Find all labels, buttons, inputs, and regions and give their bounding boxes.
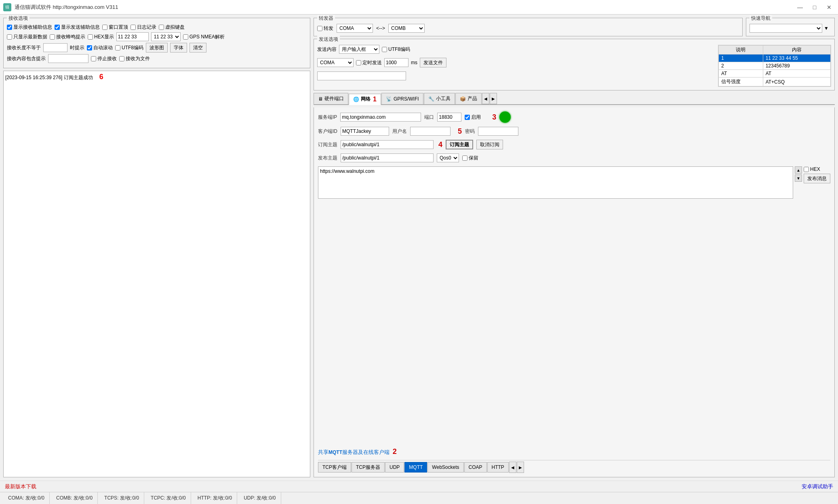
cb-virtual-keyboard-input[interactable] bbox=[159, 25, 164, 30]
cb-utf8[interactable]: UTF8编码 bbox=[115, 44, 143, 51]
quick-nav-select[interactable] bbox=[750, 24, 822, 33]
server-ip-input[interactable] bbox=[340, 113, 421, 122]
hex-select[interactable]: 11 22 33 bbox=[151, 32, 181, 41]
tab-http[interactable]: HTTP bbox=[487, 462, 509, 472]
table-row[interactable]: 信号强度 AT+CSQ bbox=[719, 78, 831, 86]
tab-nav-left[interactable]: ◀ bbox=[482, 93, 489, 104]
timer-ms-input[interactable] bbox=[384, 58, 408, 67]
cb-show-receive-input[interactable] bbox=[7, 25, 12, 30]
cb-retain[interactable]: 保留 bbox=[462, 155, 478, 162]
tab-tcp-server[interactable]: TCP服务器 bbox=[352, 462, 385, 472]
cb-stop-receive-input[interactable] bbox=[91, 56, 96, 61]
cb-latest-only-input[interactable] bbox=[7, 34, 12, 40]
tab-mqtt[interactable]: MQTT bbox=[404, 462, 427, 472]
cb-forward-input[interactable] bbox=[317, 26, 322, 31]
font-btn[interactable]: 字体 bbox=[170, 43, 187, 52]
tab-websockets[interactable]: WebSockets bbox=[427, 462, 463, 472]
cb-hex-msg[interactable]: HEX bbox=[804, 166, 830, 172]
client-id-input[interactable] bbox=[341, 127, 389, 136]
cb-timer-send-input[interactable] bbox=[356, 60, 361, 65]
cb-gps[interactable]: GPS NMEA解析 bbox=[183, 34, 225, 40]
close-button[interactable]: ✕ bbox=[823, 3, 835, 11]
shared-link[interactable]: 共享MQTT服务器及在线客户端 2 bbox=[318, 449, 397, 455]
android-helper-link[interactable]: 安卓调试助手 bbox=[802, 483, 833, 490]
cb-beep-input[interactable] bbox=[50, 34, 55, 40]
wave-btn[interactable]: 波形图 bbox=[146, 43, 168, 52]
cb-log[interactable]: 日志记录 bbox=[131, 24, 156, 31]
cb-window-top-label: 窗口置顶 bbox=[109, 24, 128, 31]
latest-version-link[interactable]: 最新版本下载 bbox=[5, 483, 36, 490]
cb-auto-scroll-input[interactable] bbox=[87, 45, 92, 50]
subscribe-btn[interactable]: 订阅主题 bbox=[446, 140, 473, 149]
scroll-down-btn[interactable]: ▼ bbox=[795, 174, 802, 182]
scroll-up-btn[interactable]: ▲ bbox=[795, 166, 802, 174]
cb-latest-only[interactable]: 只显示最新数据 bbox=[7, 34, 47, 40]
content-tip-input[interactable] bbox=[48, 54, 88, 63]
bottom-tab-nav-left[interactable]: ◀ bbox=[509, 462, 516, 473]
cb-hex-display-input[interactable] bbox=[88, 34, 93, 40]
cb-beep[interactable]: 接收蜂鸣提示 bbox=[50, 34, 85, 40]
bottom-tab-nav-right[interactable]: ▶ bbox=[517, 462, 524, 473]
cb-send-utf8-input[interactable] bbox=[382, 47, 387, 52]
qos-select[interactable]: Qos0 bbox=[437, 153, 459, 162]
cb-auto-scroll[interactable]: 自动滚动 bbox=[87, 44, 113, 51]
tab-udp[interactable]: UDP bbox=[385, 462, 404, 472]
maximize-button[interactable]: □ bbox=[809, 3, 820, 11]
table-cell-desc-at: AT bbox=[719, 70, 763, 78]
cb-beep-label: 接收蜂鸣提示 bbox=[56, 34, 85, 40]
cb-show-send[interactable]: 显示发送辅助信息 bbox=[55, 24, 100, 31]
subscribe-topic-input[interactable] bbox=[341, 140, 434, 149]
password-input[interactable] bbox=[478, 127, 518, 136]
table-row[interactable]: AT AT bbox=[719, 70, 831, 78]
send-text-input[interactable] bbox=[317, 71, 406, 80]
cb-virtual-keyboard[interactable]: 虚拟键盘 bbox=[159, 24, 185, 31]
port-input[interactable] bbox=[437, 113, 461, 122]
cb-enable-input[interactable] bbox=[465, 115, 470, 120]
username-input[interactable] bbox=[410, 127, 451, 136]
cb-save-file[interactable]: 接收为文件 bbox=[119, 55, 150, 62]
cb-window-top-input[interactable] bbox=[102, 25, 107, 30]
cb-save-file-input[interactable] bbox=[119, 56, 124, 61]
cb-show-send-input[interactable] bbox=[55, 25, 60, 30]
send-content-select[interactable]: 用户输入框 bbox=[339, 45, 379, 54]
subscribe-label: 订阅主题 bbox=[318, 141, 337, 148]
forward-com-b-select[interactable]: COMB bbox=[388, 24, 425, 33]
send-file-btn[interactable]: 发送文件 bbox=[420, 58, 446, 67]
forward-com-a-select[interactable]: COMA bbox=[337, 24, 373, 33]
num-3: 3 bbox=[492, 113, 496, 122]
tab-tools[interactable]: 🔧 小工具 bbox=[424, 93, 455, 104]
unsubscribe-btn[interactable]: 取消订阅 bbox=[476, 140, 503, 149]
minimize-button[interactable]: — bbox=[794, 3, 806, 11]
cb-log-input[interactable] bbox=[131, 25, 136, 30]
length-value-input[interactable] bbox=[43, 43, 67, 52]
cb-timer-send[interactable]: 定时发送 bbox=[356, 59, 382, 66]
send-com-select[interactable]: COMA bbox=[317, 58, 354, 67]
clear-btn[interactable]: 清空 bbox=[189, 43, 206, 52]
cb-gps-input[interactable] bbox=[183, 34, 188, 40]
cb-utf8-input[interactable] bbox=[115, 45, 120, 50]
cb-show-receive[interactable]: 显示接收辅助信息 bbox=[7, 24, 52, 31]
tab-coap[interactable]: COAP bbox=[464, 462, 487, 472]
network-icon: 🌐 bbox=[353, 97, 359, 102]
table-row[interactable]: 2 123456789 bbox=[719, 62, 831, 70]
cb-hex-display[interactable]: HEX显示 bbox=[88, 34, 114, 40]
table-row[interactable]: 1 11 22 33 44 55 bbox=[719, 55, 831, 62]
tab-tcp-client[interactable]: TCP客户端 bbox=[318, 462, 351, 472]
tab-nav-right[interactable]: ▶ bbox=[490, 93, 497, 104]
cb-send-utf8[interactable]: UTF8编码 bbox=[382, 46, 410, 53]
cb-window-top[interactable]: 窗口置顶 bbox=[102, 24, 128, 31]
tab-gprs[interactable]: 📡 GPRS/WIFI bbox=[381, 93, 423, 104]
cb-forward[interactable]: 转发 bbox=[317, 25, 333, 32]
tab-network[interactable]: 🌐 网络 1 bbox=[349, 94, 381, 105]
tab-product[interactable]: 📦 产品 bbox=[455, 93, 482, 104]
tab-hardware[interactable]: 🖥 硬件端口 bbox=[314, 93, 348, 104]
cb-enable[interactable]: 启用 bbox=[465, 114, 481, 121]
cb-retain-input[interactable] bbox=[462, 155, 467, 161]
publish-topic-input[interactable] bbox=[341, 153, 434, 162]
message-textarea[interactable]: https://www.walnutpi.com bbox=[318, 166, 793, 199]
cb-hex-msg-input[interactable] bbox=[804, 167, 809, 172]
publish-msg-btn[interactable]: 发布消息 bbox=[804, 174, 830, 183]
message-controls: HEX 发布消息 bbox=[804, 166, 830, 199]
cb-stop-receive[interactable]: 停止接收 bbox=[91, 55, 117, 62]
hex-value-input[interactable] bbox=[116, 32, 149, 41]
